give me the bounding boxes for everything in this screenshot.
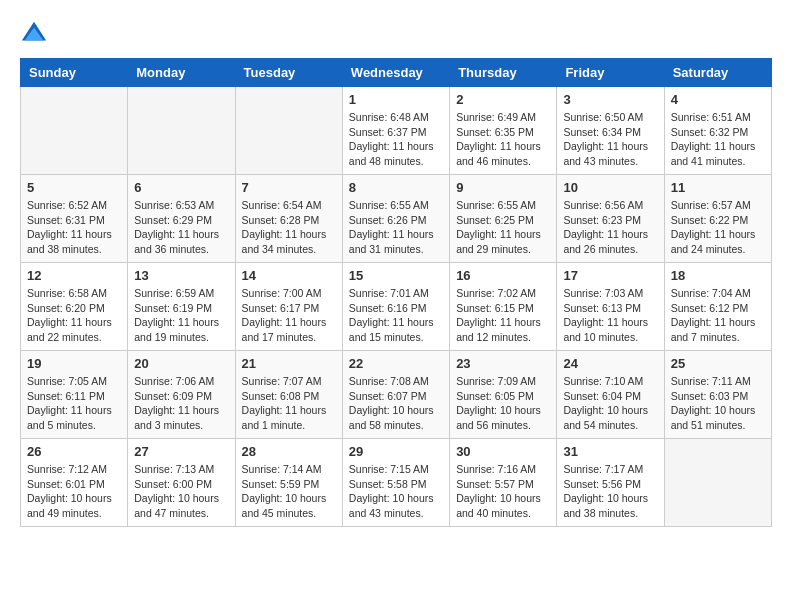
day-number: 22 (349, 356, 443, 371)
calendar-cell: 18Sunrise: 7:04 AM Sunset: 6:12 PM Dayli… (664, 263, 771, 351)
calendar-cell: 27Sunrise: 7:13 AM Sunset: 6:00 PM Dayli… (128, 439, 235, 527)
day-info: Sunrise: 7:01 AM Sunset: 6:16 PM Dayligh… (349, 286, 443, 345)
day-number: 29 (349, 444, 443, 459)
column-header-friday: Friday (557, 59, 664, 87)
day-number: 9 (456, 180, 550, 195)
calendar-cell (664, 439, 771, 527)
day-info: Sunrise: 7:00 AM Sunset: 6:17 PM Dayligh… (242, 286, 336, 345)
calendar-cell: 1Sunrise: 6:48 AM Sunset: 6:37 PM Daylig… (342, 87, 449, 175)
day-number: 1 (349, 92, 443, 107)
day-info: Sunrise: 7:08 AM Sunset: 6:07 PM Dayligh… (349, 374, 443, 433)
day-info: Sunrise: 7:14 AM Sunset: 5:59 PM Dayligh… (242, 462, 336, 521)
day-info: Sunrise: 6:57 AM Sunset: 6:22 PM Dayligh… (671, 198, 765, 257)
day-number: 27 (134, 444, 228, 459)
calendar-header-row: SundayMondayTuesdayWednesdayThursdayFrid… (21, 59, 772, 87)
calendar-cell: 8Sunrise: 6:55 AM Sunset: 6:26 PM Daylig… (342, 175, 449, 263)
calendar-cell (235, 87, 342, 175)
calendar-week-row: 1Sunrise: 6:48 AM Sunset: 6:37 PM Daylig… (21, 87, 772, 175)
day-info: Sunrise: 7:11 AM Sunset: 6:03 PM Dayligh… (671, 374, 765, 433)
column-header-tuesday: Tuesday (235, 59, 342, 87)
day-info: Sunrise: 7:05 AM Sunset: 6:11 PM Dayligh… (27, 374, 121, 433)
calendar-cell: 6Sunrise: 6:53 AM Sunset: 6:29 PM Daylig… (128, 175, 235, 263)
day-info: Sunrise: 7:10 AM Sunset: 6:04 PM Dayligh… (563, 374, 657, 433)
calendar-cell: 2Sunrise: 6:49 AM Sunset: 6:35 PM Daylig… (450, 87, 557, 175)
day-info: Sunrise: 7:12 AM Sunset: 6:01 PM Dayligh… (27, 462, 121, 521)
calendar-week-row: 19Sunrise: 7:05 AM Sunset: 6:11 PM Dayli… (21, 351, 772, 439)
day-number: 14 (242, 268, 336, 283)
calendar-cell: 22Sunrise: 7:08 AM Sunset: 6:07 PM Dayli… (342, 351, 449, 439)
calendar-cell (128, 87, 235, 175)
day-number: 8 (349, 180, 443, 195)
calendar-cell: 26Sunrise: 7:12 AM Sunset: 6:01 PM Dayli… (21, 439, 128, 527)
calendar-cell: 11Sunrise: 6:57 AM Sunset: 6:22 PM Dayli… (664, 175, 771, 263)
calendar-cell: 29Sunrise: 7:15 AM Sunset: 5:58 PM Dayli… (342, 439, 449, 527)
calendar-week-row: 12Sunrise: 6:58 AM Sunset: 6:20 PM Dayli… (21, 263, 772, 351)
day-info: Sunrise: 7:02 AM Sunset: 6:15 PM Dayligh… (456, 286, 550, 345)
day-number: 13 (134, 268, 228, 283)
day-number: 2 (456, 92, 550, 107)
day-info: Sunrise: 7:15 AM Sunset: 5:58 PM Dayligh… (349, 462, 443, 521)
day-info: Sunrise: 6:59 AM Sunset: 6:19 PM Dayligh… (134, 286, 228, 345)
day-info: Sunrise: 6:54 AM Sunset: 6:28 PM Dayligh… (242, 198, 336, 257)
day-number: 26 (27, 444, 121, 459)
calendar-cell: 23Sunrise: 7:09 AM Sunset: 6:05 PM Dayli… (450, 351, 557, 439)
day-number: 19 (27, 356, 121, 371)
calendar-cell: 13Sunrise: 6:59 AM Sunset: 6:19 PM Dayli… (128, 263, 235, 351)
day-number: 3 (563, 92, 657, 107)
day-number: 11 (671, 180, 765, 195)
day-info: Sunrise: 7:03 AM Sunset: 6:13 PM Dayligh… (563, 286, 657, 345)
day-info: Sunrise: 6:50 AM Sunset: 6:34 PM Dayligh… (563, 110, 657, 169)
day-number: 16 (456, 268, 550, 283)
calendar-cell: 10Sunrise: 6:56 AM Sunset: 6:23 PM Dayli… (557, 175, 664, 263)
column-header-saturday: Saturday (664, 59, 771, 87)
day-number: 17 (563, 268, 657, 283)
day-info: Sunrise: 6:49 AM Sunset: 6:35 PM Dayligh… (456, 110, 550, 169)
calendar-cell: 24Sunrise: 7:10 AM Sunset: 6:04 PM Dayli… (557, 351, 664, 439)
day-info: Sunrise: 6:48 AM Sunset: 6:37 PM Dayligh… (349, 110, 443, 169)
day-info: Sunrise: 6:52 AM Sunset: 6:31 PM Dayligh… (27, 198, 121, 257)
calendar-cell: 31Sunrise: 7:17 AM Sunset: 5:56 PM Dayli… (557, 439, 664, 527)
day-number: 25 (671, 356, 765, 371)
day-info: Sunrise: 6:56 AM Sunset: 6:23 PM Dayligh… (563, 198, 657, 257)
day-info: Sunrise: 6:55 AM Sunset: 6:25 PM Dayligh… (456, 198, 550, 257)
day-number: 23 (456, 356, 550, 371)
day-info: Sunrise: 7:16 AM Sunset: 5:57 PM Dayligh… (456, 462, 550, 521)
calendar-cell: 4Sunrise: 6:51 AM Sunset: 6:32 PM Daylig… (664, 87, 771, 175)
page-header (20, 20, 772, 48)
calendar-cell: 21Sunrise: 7:07 AM Sunset: 6:08 PM Dayli… (235, 351, 342, 439)
day-info: Sunrise: 7:07 AM Sunset: 6:08 PM Dayligh… (242, 374, 336, 433)
calendar-cell (21, 87, 128, 175)
day-info: Sunrise: 6:58 AM Sunset: 6:20 PM Dayligh… (27, 286, 121, 345)
day-number: 24 (563, 356, 657, 371)
day-number: 18 (671, 268, 765, 283)
day-number: 6 (134, 180, 228, 195)
column-header-monday: Monday (128, 59, 235, 87)
logo-icon (20, 20, 48, 48)
column-header-wednesday: Wednesday (342, 59, 449, 87)
day-info: Sunrise: 6:55 AM Sunset: 6:26 PM Dayligh… (349, 198, 443, 257)
day-info: Sunrise: 6:51 AM Sunset: 6:32 PM Dayligh… (671, 110, 765, 169)
calendar-cell: 30Sunrise: 7:16 AM Sunset: 5:57 PM Dayli… (450, 439, 557, 527)
day-number: 7 (242, 180, 336, 195)
day-number: 15 (349, 268, 443, 283)
calendar-cell: 19Sunrise: 7:05 AM Sunset: 6:11 PM Dayli… (21, 351, 128, 439)
day-number: 20 (134, 356, 228, 371)
day-info: Sunrise: 7:13 AM Sunset: 6:00 PM Dayligh… (134, 462, 228, 521)
day-number: 31 (563, 444, 657, 459)
calendar-cell: 25Sunrise: 7:11 AM Sunset: 6:03 PM Dayli… (664, 351, 771, 439)
calendar-week-row: 26Sunrise: 7:12 AM Sunset: 6:01 PM Dayli… (21, 439, 772, 527)
day-info: Sunrise: 7:04 AM Sunset: 6:12 PM Dayligh… (671, 286, 765, 345)
column-header-sunday: Sunday (21, 59, 128, 87)
day-info: Sunrise: 6:53 AM Sunset: 6:29 PM Dayligh… (134, 198, 228, 257)
day-number: 4 (671, 92, 765, 107)
day-info: Sunrise: 7:17 AM Sunset: 5:56 PM Dayligh… (563, 462, 657, 521)
day-number: 5 (27, 180, 121, 195)
day-info: Sunrise: 7:06 AM Sunset: 6:09 PM Dayligh… (134, 374, 228, 433)
logo (20, 20, 52, 48)
calendar-cell: 9Sunrise: 6:55 AM Sunset: 6:25 PM Daylig… (450, 175, 557, 263)
day-number: 21 (242, 356, 336, 371)
calendar-cell: 5Sunrise: 6:52 AM Sunset: 6:31 PM Daylig… (21, 175, 128, 263)
day-info: Sunrise: 7:09 AM Sunset: 6:05 PM Dayligh… (456, 374, 550, 433)
calendar-table: SundayMondayTuesdayWednesdayThursdayFrid… (20, 58, 772, 527)
day-number: 28 (242, 444, 336, 459)
